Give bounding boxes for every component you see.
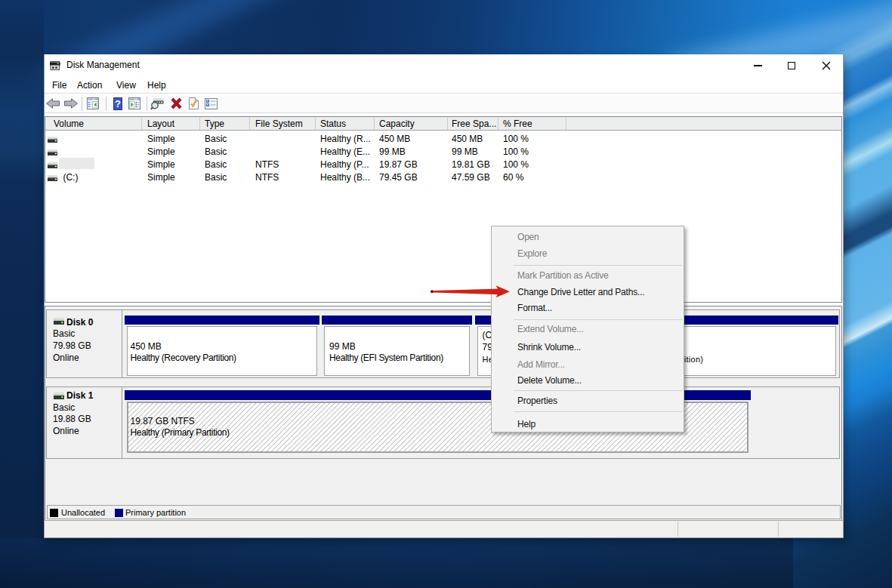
svg-text:?: ? (115, 98, 121, 109)
